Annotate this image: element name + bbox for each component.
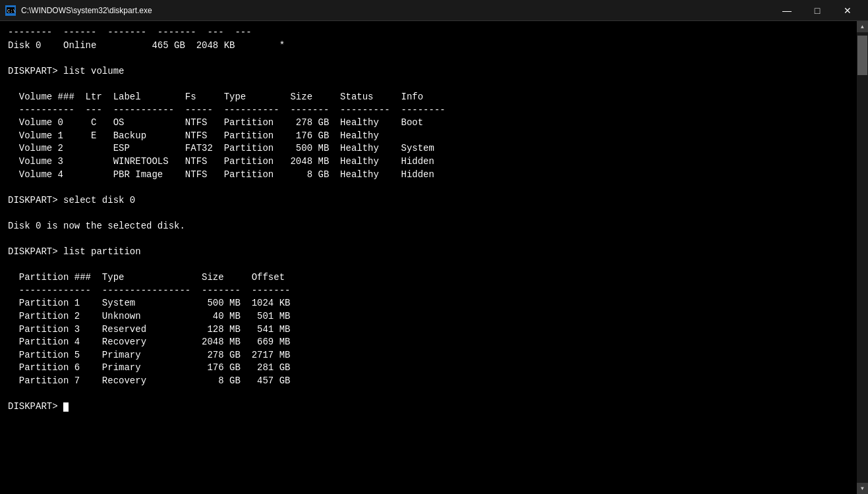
terminal-line: Partition 1 System 500 MB 1024 KB [8,298,290,308]
terminal-line: Partition 4 Recovery 2048 MB 669 MB [8,337,290,347]
terminal-line: Volume 1 E Backup NTFS Partition 176 GB … [8,130,379,141]
content-area: -------- ------ ------- ------- --- --- … [0,21,868,494]
scroll-up-arrow[interactable]: ▲ [857,21,868,32]
svg-text:C:\: C:\ [7,9,16,14]
window-title: C:\WINDOWS\system32\diskpart.exe [21,6,772,15]
terminal-line: Partition 6 Primary 176 GB 281 GB [8,362,290,373]
terminal-line: ---------- --- ----------- ----- -------… [8,105,446,115]
title-bar-controls: — □ ✕ [772,0,863,21]
terminal-icon: C:\ [5,5,16,16]
terminal-line: Volume 2 ESP FAT32 Partition 500 MB Heal… [8,143,434,153]
terminal-line: DISKPART> list partition [8,246,141,257]
close-button[interactable]: ✕ [832,0,863,21]
terminal-line: Partition ### Type Size Offset [8,272,285,283]
terminal-line: Disk 0 Online 465 GB 2048 KB * [8,40,285,51]
title-bar: C:\ C:\WINDOWS\system32\diskpart.exe — □… [0,0,868,21]
terminal-line: Disk 0 is now the selected disk. [8,221,185,231]
terminal[interactable]: -------- ------ ------- ------- --- --- … [0,21,857,494]
maximize-button[interactable]: □ [802,0,832,21]
terminal-line: -------- ------ ------- ------- --- --- [8,27,252,38]
scroll-track [857,32,868,483]
terminal-line: Volume 4 PBR Image NTFS Partition 8 GB H… [8,169,434,180]
terminal-line: DISKPART> select disk 0 [8,195,135,206]
terminal-line: DISKPART> list volume [8,66,124,76]
terminal-line: Volume 0 C OS NTFS Partition 278 GB Heal… [8,117,423,128]
cursor [63,402,69,412]
terminal-line: DISKPART> [8,401,63,412]
scroll-down-arrow[interactable]: ▼ [857,483,868,494]
terminal-line: ------------- ---------------- ------- -… [8,285,290,296]
terminal-line: Partition 3 Reserved 128 MB 541 MB [8,324,290,335]
terminal-line: Partition 5 Primary 278 GB 2717 MB [8,350,290,360]
scrollbar[interactable]: ▲ ▼ [857,21,868,494]
terminal-line: Volume ### Ltr Label Fs Type Size Status… [8,92,423,102]
minimize-button[interactable]: — [772,0,802,21]
terminal-line: Partition 2 Unknown 40 MB 501 MB [8,311,290,321]
window: C:\ C:\WINDOWS\system32\diskpart.exe — □… [0,0,868,494]
terminal-line: Volume 3 WINRETOOLS NTFS Partition 2048 … [8,156,434,167]
terminal-line: Partition 7 Recovery 8 GB 457 GB [8,375,290,386]
scroll-thumb[interactable] [857,36,867,75]
